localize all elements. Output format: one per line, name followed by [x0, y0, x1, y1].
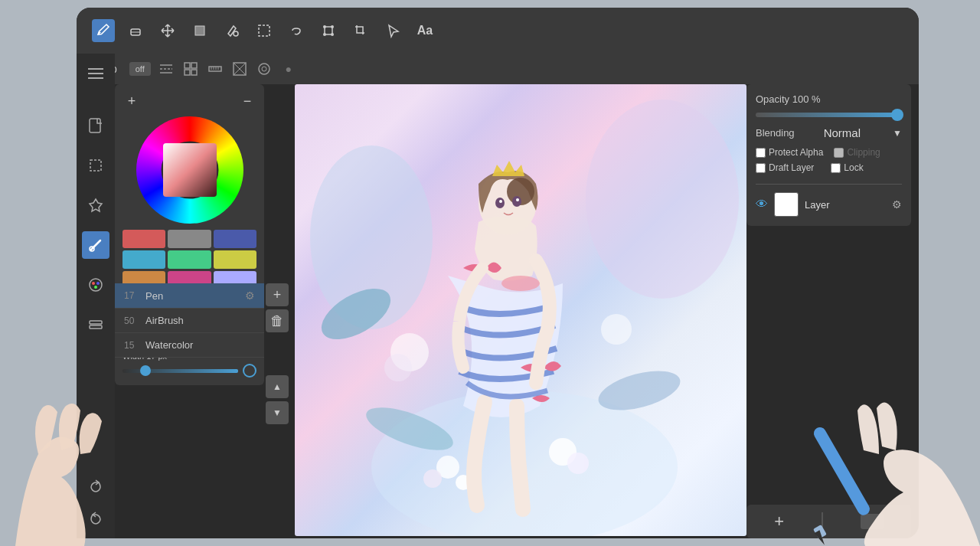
color-wheel-container[interactable] — [136, 116, 243, 224]
color-actions: + − — [122, 92, 256, 110]
blending-label: Blending — [756, 127, 795, 139]
svg-point-7 — [323, 33, 326, 36]
svg-point-24 — [259, 64, 270, 74]
svg-point-8 — [331, 33, 334, 36]
sidebar-color-icon[interactable] — [82, 271, 109, 299]
layer-settings-icon[interactable]: ⚙ — [892, 198, 902, 211]
add-brush-button[interactable]: + — [266, 283, 289, 306]
lasso-icon[interactable] — [285, 19, 308, 42]
svg-point-53 — [512, 196, 521, 207]
layer-thumbnail — [774, 192, 799, 217]
layer-section: 👁 Layer ⚙ — [756, 184, 902, 217]
snap-grid-icon[interactable] — [181, 60, 200, 78]
sidebar-brush-icon[interactable] — [82, 231, 109, 259]
svg-point-35 — [96, 282, 100, 285]
width-circle-thumb[interactable] — [243, 364, 256, 378]
svg-rect-12 — [185, 63, 190, 68]
opacity-track-right[interactable] — [756, 113, 902, 117]
svg-point-33 — [90, 279, 102, 291]
svg-point-2 — [234, 31, 238, 36]
svg-point-55 — [516, 198, 519, 201]
svg-point-54 — [499, 200, 502, 203]
snap-off-button[interactable]: off — [129, 62, 151, 76]
transform-icon[interactable] — [317, 19, 340, 42]
delete-color-button[interactable]: − — [238, 92, 256, 110]
svg-point-49 — [567, 453, 589, 474]
svg-point-58 — [601, 314, 632, 345]
lock-checkbox[interactable]: Lock — [831, 162, 863, 173]
sidebar-new-icon[interactable] — [82, 112, 109, 139]
svg-point-36 — [94, 286, 97, 289]
canvas-area[interactable] — [295, 84, 746, 536]
swatch-blue[interactable] — [214, 230, 256, 248]
opacity-row: Opacity 100 % — [756, 93, 902, 105]
layer-name: Layer — [805, 199, 886, 211]
svg-point-6 — [331, 25, 334, 28]
swatch-gray[interactable] — [168, 230, 211, 248]
swatch-cyan[interactable] — [122, 250, 165, 269]
pointer-icon[interactable] — [381, 19, 404, 42]
layer-item: 👁 Layer ⚙ — [756, 192, 902, 217]
protect-alpha-checkbox[interactable]: Protect Alpha — [756, 147, 823, 158]
blending-value: Normal — [824, 126, 861, 139]
delete-brush-button[interactable]: 🗑 — [266, 309, 289, 332]
svg-rect-1 — [195, 26, 204, 35]
svg-point-57 — [384, 354, 412, 381]
svg-rect-15 — [191, 70, 197, 75]
add-color-button[interactable]: + — [122, 92, 141, 110]
top-toolbar: Aa — [77, 8, 919, 54]
opacity-thumb-right[interactable] — [891, 109, 903, 121]
svg-rect-13 — [191, 63, 197, 68]
hand-left — [0, 332, 153, 546]
clipping-checkbox[interactable]: Clipping — [834, 147, 880, 158]
snap-bar: Snap off ● — [77, 54, 919, 84]
snap-extra-icon: ● — [279, 60, 298, 78]
svg-point-52 — [495, 198, 505, 208]
blending-row[interactable]: Blending Normal ▼ — [756, 126, 902, 139]
brush-scroll-down[interactable]: ▼ — [266, 401, 289, 424]
svg-point-40 — [586, 100, 739, 299]
pen-tool-icon[interactable] — [92, 19, 115, 42]
snap-circle-icon[interactable] — [255, 60, 273, 78]
crop-icon[interactable] — [349, 19, 372, 42]
svg-point-34 — [92, 282, 95, 285]
snap-lines-icon[interactable] — [157, 60, 175, 78]
text-tool-icon[interactable]: Aa — [413, 19, 436, 42]
brush-panel-actions: + 🗑 — [266, 283, 289, 332]
snap-diagonal-icon[interactable] — [230, 60, 249, 78]
svg-rect-3 — [259, 25, 270, 36]
svg-rect-38 — [90, 325, 102, 329]
svg-rect-29 — [90, 119, 100, 132]
sidebar-stamp-icon[interactable] — [82, 191, 109, 219]
svg-rect-30 — [90, 160, 101, 171]
brush-item-pen[interactable]: 17 Pen ⚙ — [115, 283, 264, 309]
sidebar-hamburger-icon[interactable] — [82, 60, 109, 87]
snap-ruler-icon[interactable] — [206, 60, 224, 78]
svg-rect-16 — [209, 67, 221, 71]
fill-tool-icon[interactable] — [220, 19, 243, 42]
layer-visibility-icon[interactable]: 👁 — [756, 198, 768, 211]
blending-arrow-icon[interactable]: ▼ — [893, 128, 902, 139]
artwork — [295, 84, 746, 536]
svg-marker-31 — [90, 199, 102, 211]
checkbox-row-2: Draft Layer Lock — [756, 162, 902, 173]
brush-scroll-up[interactable]: ▲ — [266, 375, 289, 398]
checkbox-row-1: Protect Alpha Clipping — [756, 147, 902, 158]
move-tool-icon[interactable] — [156, 19, 179, 42]
eraser-tool-icon[interactable] — [124, 19, 147, 42]
swatch-green[interactable] — [168, 250, 211, 269]
draft-layer-checkbox[interactable]: Draft Layer — [756, 162, 814, 173]
sidebar-selection-icon[interactable] — [82, 152, 109, 179]
rect-select-icon[interactable] — [253, 19, 276, 42]
brush-settings-icon[interactable]: ⚙ — [245, 289, 255, 302]
opacity-label-right: Opacity 100 % — [756, 93, 821, 105]
svg-rect-4 — [325, 27, 332, 34]
swatch-yellow[interactable] — [214, 250, 256, 269]
brush-scroll: ▲ ▼ — [266, 375, 289, 424]
swatch-red[interactable] — [122, 230, 165, 248]
svg-point-5 — [323, 25, 326, 28]
svg-rect-14 — [185, 70, 190, 75]
hand-right — [689, 332, 980, 546]
rect-tool-icon[interactable] — [188, 19, 211, 42]
brush-item-airbrush[interactable]: 50 AirBrush — [115, 309, 264, 333]
